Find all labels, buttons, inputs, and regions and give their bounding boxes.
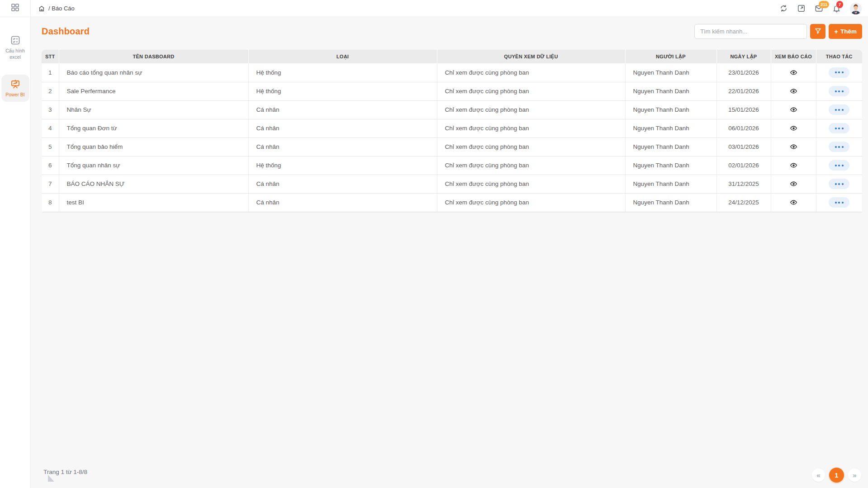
row-actions-button[interactable] — [829, 104, 849, 115]
sidebar-item-label: Cấu hình excel — [2, 48, 28, 60]
cell-type: Cá nhân — [248, 193, 437, 212]
dot-icon — [838, 90, 840, 92]
sidebar: Cấu hình excel Power BI — [0, 0, 31, 488]
dot-icon — [842, 146, 844, 148]
col-header-stt: STT — [42, 50, 59, 63]
view-report-eye-icon[interactable] — [788, 67, 798, 77]
row-actions-button[interactable] — [829, 142, 849, 152]
view-report-eye-icon[interactable] — [788, 161, 798, 171]
dot-icon — [838, 146, 840, 148]
cell-type: Hệ thống — [248, 63, 437, 82]
table-row: 5 Tổng quan bảo hiểm Cá nhân Chỉ xem đượ… — [42, 137, 862, 156]
cell-view-report — [771, 119, 816, 137]
sidebar-item-cau-hinh-excel[interactable]: Cấu hình excel — [1, 31, 29, 64]
dashboard-table-card: STT TÊN DASBOARD LOẠI QUYỀN XEM DỮ LIỆU … — [42, 50, 862, 212]
filter-button[interactable] — [810, 24, 825, 39]
cell-view-report — [771, 82, 816, 100]
pagination-page-1-button[interactable]: 1 — [829, 468, 844, 483]
col-header-ten-dasboard: TÊN DASBOARD — [59, 50, 248, 63]
cell-creator: Nguyen Thanh Danh — [625, 119, 716, 137]
cell-dashboard-name: Tổng quan bảo hiểm — [59, 137, 248, 156]
cell-view-report — [771, 156, 816, 175]
dot-icon — [842, 202, 844, 204]
cell-actions — [816, 193, 862, 212]
checklist-icon — [10, 35, 21, 46]
dot-icon — [842, 183, 844, 185]
dot-icon — [835, 202, 837, 204]
dot-icon — [842, 109, 844, 111]
col-header-ngay-lap: NGÀY LẬP — [716, 50, 771, 63]
cell-dashboard-name: Sale Perfermance — [59, 82, 248, 100]
filter-icon — [814, 27, 822, 36]
cell-date: 31/12/2025 — [716, 175, 771, 193]
plus-icon: + — [834, 28, 838, 35]
cell-actions — [816, 82, 862, 100]
table-row: 1 Báo cáo tổng quan nhân sự Hệ thống Chỉ… — [42, 63, 862, 82]
cell-date: 06/01/2026 — [716, 119, 771, 137]
col-header-loai: LOẠI — [248, 50, 437, 63]
user-avatar[interactable] — [850, 3, 862, 14]
cell-view-report — [771, 175, 816, 193]
cell-stt: 5 — [42, 137, 59, 156]
col-header-nguoi-lap: NGƯỜI LẬP — [625, 50, 716, 63]
cell-date: 03/01/2026 — [716, 137, 771, 156]
add-button[interactable]: + Thêm — [829, 24, 862, 39]
bell-icon[interactable]: 7 — [832, 4, 841, 13]
cell-view-report — [771, 63, 816, 82]
row-actions-button[interactable] — [829, 160, 849, 171]
row-actions-button[interactable] — [829, 67, 849, 78]
sidebar-item-power-bi[interactable]: Power BI — [1, 75, 29, 102]
view-report-eye-icon[interactable] — [788, 86, 798, 96]
sidebar-item-label: Power BI — [5, 92, 25, 98]
dot-icon — [835, 165, 837, 166]
pagination-next-button[interactable]: » — [848, 469, 861, 482]
row-actions-button[interactable] — [829, 86, 849, 96]
mail-icon[interactable]: 211 — [815, 4, 823, 13]
dot-icon — [838, 128, 840, 129]
fullscreen-icon[interactable] — [797, 4, 806, 13]
cell-dashboard-name: Báo cáo tổng quan nhân sự — [59, 63, 248, 82]
dot-icon — [842, 71, 844, 73]
dashboard-table: STT TÊN DASBOARD LOẠI QUYỀN XEM DỮ LIỆU … — [42, 50, 862, 212]
cell-type: Hệ thống — [248, 156, 437, 175]
cell-creator: Nguyen Thanh Danh — [625, 175, 716, 193]
cell-permission: Chỉ xem được cùng phòng ban — [437, 193, 625, 212]
view-report-eye-icon[interactable] — [788, 142, 798, 152]
view-report-eye-icon[interactable] — [788, 105, 798, 115]
pagination-prev-button[interactable]: « — [812, 469, 825, 482]
grid-icon — [10, 3, 20, 14]
cell-dashboard-name: BÁO CÁO NHÂN SỰ — [59, 175, 248, 193]
pagination-summary: Trang 1 từ 1-8/8 — [43, 469, 87, 475]
home-icon[interactable] — [38, 5, 45, 12]
bell-badge: 7 — [836, 1, 843, 8]
view-report-eye-icon[interactable] — [788, 198, 798, 208]
cell-dashboard-name: Tổng quan nhân sự — [59, 156, 248, 175]
dot-icon — [838, 165, 840, 166]
apps-menu-button[interactable] — [0, 0, 30, 17]
page-title: Dashboard — [42, 26, 90, 37]
dot-icon — [835, 128, 837, 129]
search-input[interactable] — [694, 24, 807, 39]
row-actions-button[interactable] — [829, 123, 849, 133]
dot-icon — [838, 109, 840, 111]
cell-creator: Nguyen Thanh Danh — [625, 156, 716, 175]
cell-actions — [816, 119, 862, 137]
row-actions-button[interactable] — [829, 197, 849, 208]
table-row: 6 Tổng quan nhân sự Hệ thống Chỉ xem đượ… — [42, 156, 862, 175]
cell-creator: Nguyen Thanh Danh — [625, 63, 716, 82]
refresh-icon[interactable] — [779, 4, 788, 13]
view-report-eye-icon[interactable] — [788, 123, 798, 133]
cell-type: Cá nhân — [248, 137, 437, 156]
view-report-eye-icon[interactable] — [788, 179, 798, 189]
cell-date: 22/01/2026 — [716, 82, 771, 100]
cell-permission: Chỉ xem được cùng phòng ban — [437, 100, 625, 119]
cell-actions — [816, 137, 862, 156]
cell-stt: 8 — [42, 193, 59, 212]
table-body: 1 Báo cáo tổng quan nhân sự Hệ thống Chỉ… — [42, 63, 862, 212]
cell-dashboard-name: test BI — [59, 193, 248, 212]
table-header-row: STT TÊN DASBOARD LOẠI QUYỀN XEM DỮ LIỆU … — [42, 50, 862, 63]
presentation-board-icon — [10, 79, 21, 90]
topbar: / Báo Cáo 211 — [31, 0, 868, 17]
cell-creator: Nguyen Thanh Danh — [625, 100, 716, 119]
row-actions-button[interactable] — [829, 179, 849, 189]
